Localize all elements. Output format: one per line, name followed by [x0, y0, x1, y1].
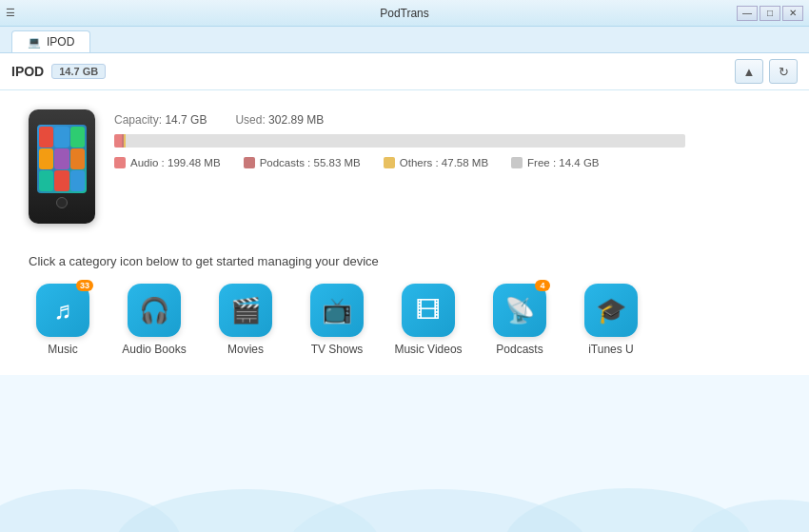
app-icon-6 [70, 148, 85, 169]
category-icon-wrap-musicvideos: 🎞 [402, 284, 455, 337]
maximize-button[interactable]: □ [760, 6, 780, 21]
category-label-audiobooks: Audio Books [122, 343, 186, 356]
app-icon-3 [70, 127, 85, 148]
close-button[interactable]: ✕ [782, 6, 803, 21]
category-icon-tvshows: 📺 [310, 284, 364, 337]
category-item-music[interactable]: ♬33Music [29, 284, 97, 356]
storage-legend: Audio : 199.48 MB Podcasts : 55.83 MB Ot… [114, 157, 780, 168]
svg-point-3 [504, 488, 752, 532]
category-label-music: Music [48, 343, 77, 356]
cloud-decoration [0, 465, 809, 532]
category-icon-wrap-itunesu: 🎓 [584, 284, 638, 337]
svg-point-1 [114, 489, 381, 532]
app-icon-7 [39, 170, 53, 191]
tab-bar: 💻 IPOD [0, 27, 809, 53]
category-item-movies[interactable]: 🎬Movies [211, 284, 280, 356]
category-item-podcasts[interactable]: 📡4Podcasts [485, 284, 554, 356]
category-title: Click a category icon below to get start… [29, 254, 780, 268]
device-stats: Capacity: 14.7 GB Used: 302.89 MB [114, 109, 780, 168]
legend-dot-others [384, 157, 395, 168]
title-bar: ☰ PodTrans — □ ✕ [0, 0, 809, 27]
window-controls: — □ ✕ [737, 6, 803, 21]
stats-row: Capacity: 14.7 GB Used: 302.89 MB [114, 113, 780, 127]
capacity-value: 14.7 GB [165, 113, 207, 127]
category-icon-itunesu: 🎓 [584, 284, 638, 337]
legend-free: Free : 14.4 GB [511, 157, 599, 168]
legend-dot-free [511, 157, 523, 168]
category-label-musicvideos: Music Videos [394, 343, 462, 356]
category-label-itunesu: iTunes U [588, 343, 634, 356]
category-icon-audiobooks: 🎧 [128, 284, 181, 337]
legend-audio: Audio : 199.48 MB [114, 157, 221, 168]
legend-podcasts: Podcasts : 55.83 MB [244, 157, 361, 168]
storage-bar [114, 134, 685, 148]
app-icon-5 [54, 148, 69, 169]
svg-point-0 [0, 489, 181, 532]
tab-ipod[interactable]: 💻 IPOD [11, 30, 90, 52]
category-icon-wrap-tvshows: 📺 [310, 284, 364, 337]
category-item-musicvideos[interactable]: 🎞Music Videos [394, 284, 463, 356]
legend-others: Others : 47.58 MB [384, 157, 488, 168]
legend-dot-podcasts [244, 157, 255, 168]
category-badge-music: 33 [76, 280, 93, 291]
app-icon-4 [39, 148, 53, 169]
bar-others [124, 134, 126, 148]
category-label-tvshows: TV Shows [311, 343, 364, 356]
device-info-section: Capacity: 14.7 GB Used: 302.89 MB [29, 109, 780, 224]
category-section: Click a category icon below to get start… [29, 250, 780, 356]
device-actions: ▲ ↻ [735, 59, 798, 84]
legend-dot-audio [114, 157, 126, 168]
legend-podcasts-label: Podcasts : 55.83 MB [260, 157, 361, 168]
refresh-button[interactable]: ↻ [769, 59, 798, 84]
used-label: Used: [235, 113, 265, 127]
category-grid: ♬33Music🎧Audio Books🎬Movies📺TV Shows🎞Mus… [29, 284, 780, 356]
category-icon-movies: 🎬 [219, 284, 272, 337]
category-icon-podcasts: 📡 [493, 284, 546, 337]
category-icon-musicvideos: 🎞 [402, 284, 455, 337]
storage-bar-container [114, 134, 780, 148]
device-home-button [56, 197, 68, 208]
device-name-group: IPOD 14.7 GB [11, 64, 106, 79]
tab-label: IPOD [47, 35, 74, 49]
device-screen [37, 125, 87, 193]
device-name-label: IPOD [11, 64, 44, 79]
app-icon-1 [39, 127, 53, 148]
svg-point-4 [685, 500, 809, 532]
used-stat: Used: 302.89 MB [235, 113, 324, 127]
capacity-stat: Capacity: 14.7 GB [114, 113, 207, 127]
category-icon-music: ♬ [36, 284, 89, 337]
category-label-movies: Movies [227, 343, 264, 356]
app-icon-9 [70, 170, 85, 191]
minimize-button[interactable]: — [737, 6, 758, 21]
app-icon-2 [54, 127, 69, 148]
app-icon-8 [54, 170, 69, 191]
device-header: IPOD 14.7 GB ▲ ↻ [0, 53, 809, 90]
category-label-podcasts: Podcasts [496, 343, 543, 356]
tab-device-icon: 💻 [28, 36, 41, 49]
legend-free-label: Free : 14.4 GB [527, 157, 599, 168]
category-icon-wrap-music: ♬33 [36, 284, 89, 337]
category-icon-wrap-audiobooks: 🎧 [128, 284, 181, 337]
legend-others-label: Others : 47.58 MB [400, 157, 488, 168]
category-item-audiobooks[interactable]: 🎧Audio Books [120, 284, 188, 356]
capacity-label: Capacity: [114, 113, 162, 127]
svg-point-2 [286, 489, 590, 532]
category-icon-wrap-movies: 🎬 [219, 284, 272, 337]
category-icon-wrap-podcasts: 📡4 [493, 284, 546, 337]
main-content: Capacity: 14.7 GB Used: 302.89 MB [0, 90, 809, 375]
eject-button[interactable]: ▲ [735, 59, 763, 84]
used-value: 302.89 MB [268, 113, 324, 127]
storage-badge: 14.7 GB [51, 64, 106, 79]
category-badge-podcasts: 4 [535, 280, 550, 291]
window-title: PodTrans [380, 7, 429, 20]
legend-audio-label: Audio : 199.48 MB [130, 157, 221, 168]
menu-icon[interactable]: ☰ [6, 7, 15, 19]
category-item-tvshows[interactable]: 📺TV Shows [303, 284, 371, 356]
device-image [29, 109, 95, 224]
bar-audio [114, 134, 122, 148]
category-item-itunesu[interactable]: 🎓iTunes U [577, 284, 645, 356]
